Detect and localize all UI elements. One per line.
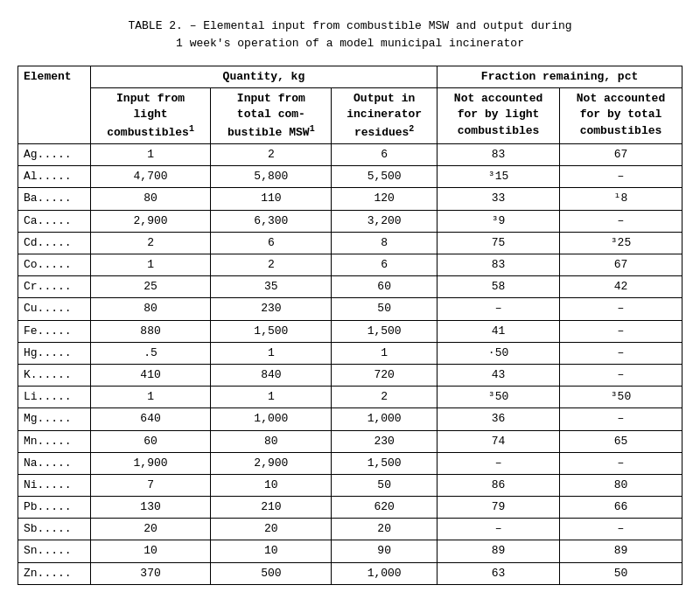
value-cell-v3: 120 (332, 188, 438, 210)
table-row: Na.....1,9002,9001,500–– (18, 452, 682, 474)
value-cell-v1: 370 (90, 562, 211, 584)
value-cell-v5: ³50 (560, 387, 682, 408)
value-cell-v5: ³25 (560, 232, 682, 254)
element-cell: Mn..... (18, 430, 91, 452)
element-cell: Ni..... (18, 474, 91, 496)
col1-sup: 1 (189, 124, 194, 134)
value-cell-v2: 230 (211, 298, 332, 320)
value-cell-v4: ³15 (438, 166, 560, 188)
value-cell-v1: 20 (90, 519, 211, 540)
col2-sup: 1 (310, 124, 315, 134)
value-cell-v5: – (560, 298, 682, 320)
value-cell-v1: 2,900 (90, 210, 211, 232)
value-cell-v2: 1,000 (211, 408, 332, 430)
data-table: Element Quantity, kg Fraction remaining,… (18, 66, 682, 585)
table-row: Hg......511·50– (18, 342, 682, 364)
value-cell-v2: 2 (211, 254, 332, 276)
element-cell: Cd..... (18, 232, 91, 254)
value-cell-v5: 66 (560, 497, 682, 519)
value-cell-v2: 110 (211, 188, 332, 210)
value-cell-v1: 80 (90, 298, 211, 320)
col4-header: Not accountedfor by lightcombustibles (438, 88, 560, 144)
value-cell-v3: 60 (332, 276, 438, 298)
value-cell-v3: 5,500 (332, 166, 438, 188)
value-cell-v4: 74 (438, 430, 560, 452)
table-row: Li.....112³50³50 (18, 387, 682, 408)
element-cell: Hg..... (18, 342, 91, 364)
table-row: Co.....1268367 (18, 254, 682, 276)
value-cell-v1: 60 (90, 430, 211, 452)
value-cell-v2: 1,500 (211, 320, 332, 342)
value-cell-v5: 42 (560, 276, 682, 298)
table-row: Cr.....2535605842 (18, 276, 682, 298)
value-cell-v3: 50 (332, 298, 438, 320)
element-cell: Sn..... (18, 540, 91, 562)
value-cell-v1: 1 (90, 144, 211, 166)
col3-header: Output inincineratorresidues2 (332, 88, 438, 144)
value-cell-v1: 10 (90, 540, 211, 562)
value-cell-v2: 80 (211, 430, 332, 452)
col3-sup: 2 (409, 124, 414, 134)
value-cell-v1: 640 (90, 408, 211, 430)
value-cell-v4: – (438, 452, 560, 474)
value-cell-v4: 33 (438, 188, 560, 210)
value-cell-v2: 10 (211, 540, 332, 562)
table-row: Cd.....26875³25 (18, 232, 682, 254)
value-cell-v1: 1 (90, 387, 211, 408)
value-cell-v2: 1 (211, 387, 332, 408)
value-cell-v3: 720 (332, 364, 438, 386)
value-cell-v5: – (560, 408, 682, 430)
table-row: Fe.....8801,5001,50041– (18, 320, 682, 342)
table-row: Mn.....60802307465 (18, 430, 682, 452)
element-cell: Zn..... (18, 562, 91, 584)
value-cell-v2: 35 (211, 276, 332, 298)
table-row: Ag.....1268367 (18, 144, 682, 166)
col1-header: Input fromlightcombustibles1 (90, 88, 211, 144)
value-cell-v1: 880 (90, 320, 211, 342)
value-cell-v2: 6 (211, 232, 332, 254)
element-cell: Co..... (18, 254, 91, 276)
value-cell-v4: 41 (438, 320, 560, 342)
table-row: Ca.....2,9006,3003,200³9– (18, 210, 682, 232)
value-cell-v3: 1,000 (332, 408, 438, 430)
element-cell: Li..... (18, 387, 91, 408)
element-cell: Al..... (18, 166, 91, 188)
value-cell-v5: – (560, 452, 682, 474)
value-cell-v1: 410 (90, 364, 211, 386)
value-cell-v4: ·50 (438, 342, 560, 364)
element-cell: Ag..... (18, 144, 91, 166)
value-cell-v4: 36 (438, 408, 560, 430)
value-cell-v3: 1,000 (332, 562, 438, 584)
col2-header: Input fromtotal com-bustible MSW1 (211, 88, 332, 144)
value-cell-v2: 20 (211, 519, 332, 540)
value-cell-v4: 79 (438, 497, 560, 519)
value-cell-v4: 63 (438, 562, 560, 584)
value-cell-v3: 90 (332, 540, 438, 562)
table-row: Al.....4,7005,8005,500³15– (18, 166, 682, 188)
value-cell-v5: 67 (560, 144, 682, 166)
value-cell-v3: 1,500 (332, 320, 438, 342)
value-cell-v5: 67 (560, 254, 682, 276)
value-cell-v2: 5,800 (211, 166, 332, 188)
value-cell-v4: 83 (438, 254, 560, 276)
table-row: Sb.....202020–– (18, 519, 682, 540)
value-cell-v5: – (560, 166, 682, 188)
value-cell-v3: 50 (332, 474, 438, 496)
value-cell-v4: 89 (438, 540, 560, 562)
value-cell-v5: 65 (560, 430, 682, 452)
table-row: Cu.....8023050–– (18, 298, 682, 320)
value-cell-v4: – (438, 519, 560, 540)
value-cell-v5: – (560, 320, 682, 342)
col5-header: Not accountedfor by totalcombustibles (560, 88, 682, 144)
element-cell: Na..... (18, 452, 91, 474)
table-row: Sn.....1010908989 (18, 540, 682, 562)
value-cell-v3: 3,200 (332, 210, 438, 232)
value-cell-v2: 10 (211, 474, 332, 496)
element-cell: Sb..... (18, 519, 91, 540)
value-cell-v2: 840 (211, 364, 332, 386)
value-cell-v4: 58 (438, 276, 560, 298)
value-cell-v1: 7 (90, 474, 211, 496)
value-cell-v4: ³9 (438, 210, 560, 232)
value-cell-v2: 1 (211, 342, 332, 364)
element-cell: Cu..... (18, 298, 91, 320)
